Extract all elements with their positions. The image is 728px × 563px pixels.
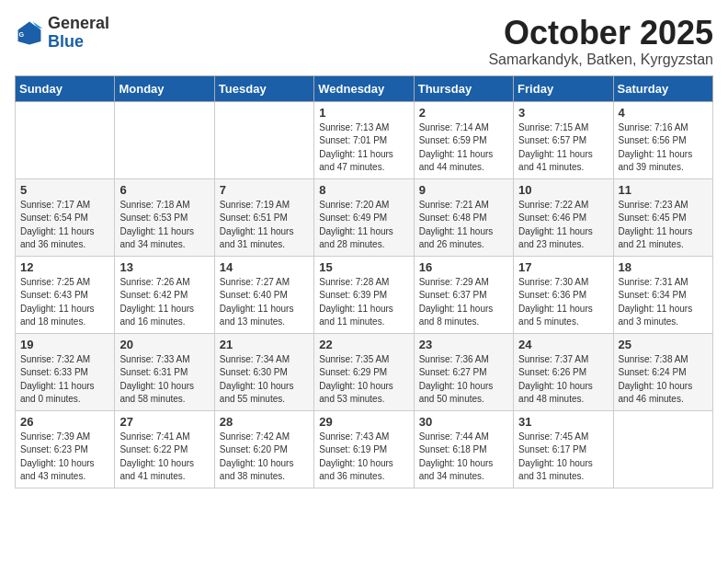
weekday-header-friday: Friday [514,75,613,101]
calendar-week-2: 5Sunrise: 7:17 AM Sunset: 6:54 PM Daylig… [16,178,713,256]
day-number: 1 [319,106,408,120]
day-number: 10 [518,183,608,197]
calendar-cell: 2Sunrise: 7:14 AM Sunset: 6:59 PM Daylig… [414,101,513,178]
day-info: Sunrise: 7:34 AM Sunset: 6:30 PM Dayligh… [220,353,309,407]
day-number: 6 [119,183,209,197]
calendar-cell: 20Sunrise: 7:33 AM Sunset: 6:31 PM Dayli… [115,333,214,410]
day-number: 29 [319,415,408,429]
calendar-cell: 16Sunrise: 7:29 AM Sunset: 6:37 PM Dayli… [414,256,513,333]
day-number: 11 [619,183,708,197]
day-number: 25 [619,338,708,351]
calendar-cell: 10Sunrise: 7:22 AM Sunset: 6:46 PM Dayli… [514,178,613,256]
day-number: 20 [119,338,209,351]
day-number: 31 [518,415,608,429]
calendar-cell: 13Sunrise: 7:26 AM Sunset: 6:42 PM Dayli… [115,256,214,333]
calendar-cell: 4Sunrise: 7:16 AM Sunset: 6:56 PM Daylig… [613,101,712,178]
calendar-cell: 12Sunrise: 7:25 AM Sunset: 6:43 PM Dayli… [16,256,115,333]
calendar-cell [214,101,313,178]
day-number: 7 [220,183,309,197]
day-number: 28 [220,415,309,429]
calendar-cell: 14Sunrise: 7:27 AM Sunset: 6:40 PM Dayli… [214,256,313,333]
logo-icon: G [15,18,44,48]
day-info: Sunrise: 7:32 AM Sunset: 6:33 PM Dayligh… [20,353,109,407]
day-number: 19 [20,338,109,351]
day-info: Sunrise: 7:35 AM Sunset: 6:29 PM Dayligh… [319,353,408,407]
calendar-week-4: 19Sunrise: 7:32 AM Sunset: 6:33 PM Dayli… [16,333,713,410]
month-title: October 2025 [488,15,713,52]
day-number: 5 [20,183,109,197]
day-number: 4 [619,106,708,120]
day-number: 26 [20,415,109,429]
calendar-table: SundayMondayTuesdayWednesdayThursdayFrid… [15,75,713,488]
day-info: Sunrise: 7:43 AM Sunset: 6:19 PM Dayligh… [319,431,408,484]
calendar-cell: 23Sunrise: 7:36 AM Sunset: 6:27 PM Dayli… [414,333,513,410]
day-info: Sunrise: 7:31 AM Sunset: 6:34 PM Dayligh… [619,276,708,329]
day-number: 22 [319,338,408,351]
day-info: Sunrise: 7:44 AM Sunset: 6:18 PM Dayligh… [419,431,508,484]
day-info: Sunrise: 7:37 AM Sunset: 6:26 PM Dayligh… [518,353,608,407]
day-number: 9 [419,183,508,197]
day-number: 17 [518,260,608,274]
day-info: Sunrise: 7:38 AM Sunset: 6:24 PM Dayligh… [619,353,708,407]
calendar-cell: 3Sunrise: 7:15 AM Sunset: 6:57 PM Daylig… [514,101,613,178]
day-info: Sunrise: 7:25 AM Sunset: 6:43 PM Dayligh… [20,276,109,329]
calendar-cell: 9Sunrise: 7:21 AM Sunset: 6:48 PM Daylig… [414,178,513,256]
day-info: Sunrise: 7:42 AM Sunset: 6:20 PM Dayligh… [220,431,309,484]
calendar-cell: 19Sunrise: 7:32 AM Sunset: 6:33 PM Dayli… [16,333,115,410]
day-info: Sunrise: 7:27 AM Sunset: 6:40 PM Dayligh… [220,276,309,329]
calendar-cell: 26Sunrise: 7:39 AM Sunset: 6:23 PM Dayli… [16,410,115,488]
day-info: Sunrise: 7:45 AM Sunset: 6:17 PM Dayligh… [518,431,608,484]
day-info: Sunrise: 7:13 AM Sunset: 7:01 PM Dayligh… [319,121,408,175]
page-header: G General Blue October 2025 Samarkandyk,… [15,15,713,68]
location: Samarkandyk, Batken, Kyrgyzstan [488,52,713,68]
day-number: 18 [619,260,708,274]
day-info: Sunrise: 7:19 AM Sunset: 6:51 PM Dayligh… [220,199,309,252]
calendar-cell: 11Sunrise: 7:23 AM Sunset: 6:45 PM Dayli… [613,178,712,256]
weekday-header-row: SundayMondayTuesdayWednesdayThursdayFrid… [16,75,713,101]
day-info: Sunrise: 7:18 AM Sunset: 6:53 PM Dayligh… [119,199,209,252]
day-number: 8 [319,183,408,197]
weekday-header-thursday: Thursday [414,75,513,101]
day-number: 24 [518,338,608,351]
day-number: 14 [220,260,309,274]
logo-general-text: General [48,14,109,32]
svg-text:G: G [18,30,24,38]
calendar-cell: 28Sunrise: 7:42 AM Sunset: 6:20 PM Dayli… [214,410,313,488]
calendar-cell: 21Sunrise: 7:34 AM Sunset: 6:30 PM Dayli… [214,333,313,410]
day-info: Sunrise: 7:26 AM Sunset: 6:42 PM Dayligh… [119,276,209,329]
day-number: 3 [518,106,608,120]
calendar-week-3: 12Sunrise: 7:25 AM Sunset: 6:43 PM Dayli… [16,256,713,333]
calendar-cell: 17Sunrise: 7:30 AM Sunset: 6:36 PM Dayli… [514,256,613,333]
day-info: Sunrise: 7:20 AM Sunset: 6:49 PM Dayligh… [319,199,408,252]
calendar-cell: 24Sunrise: 7:37 AM Sunset: 6:26 PM Dayli… [514,333,613,410]
day-number: 12 [20,260,109,274]
day-info: Sunrise: 7:22 AM Sunset: 6:46 PM Dayligh… [518,199,608,252]
day-number: 30 [419,415,508,429]
calendar-week-5: 26Sunrise: 7:39 AM Sunset: 6:23 PM Dayli… [16,410,713,488]
calendar-cell: 18Sunrise: 7:31 AM Sunset: 6:34 PM Dayli… [613,256,712,333]
calendar-cell: 8Sunrise: 7:20 AM Sunset: 6:49 PM Daylig… [314,178,414,256]
logo-blue-text: Blue [48,32,84,51]
day-number: 23 [419,338,508,351]
day-number: 16 [419,260,508,274]
day-number: 13 [119,260,209,274]
day-info: Sunrise: 7:28 AM Sunset: 6:39 PM Dayligh… [319,276,408,329]
day-info: Sunrise: 7:29 AM Sunset: 6:37 PM Dayligh… [419,276,508,329]
calendar-cell: 1Sunrise: 7:13 AM Sunset: 7:01 PM Daylig… [314,101,414,178]
title-block: October 2025 Samarkandyk, Batken, Kyrgyz… [488,15,713,68]
calendar-week-1: 1Sunrise: 7:13 AM Sunset: 7:01 PM Daylig… [16,101,713,178]
weekday-header-sunday: Sunday [16,75,115,101]
day-info: Sunrise: 7:39 AM Sunset: 6:23 PM Dayligh… [20,431,109,484]
weekday-header-wednesday: Wednesday [314,75,414,101]
calendar-cell [115,101,214,178]
calendar-cell: 29Sunrise: 7:43 AM Sunset: 6:19 PM Dayli… [314,410,414,488]
day-number: 27 [119,415,209,429]
calendar-cell [613,410,712,488]
calendar-cell: 6Sunrise: 7:18 AM Sunset: 6:53 PM Daylig… [115,178,214,256]
calendar-cell: 22Sunrise: 7:35 AM Sunset: 6:29 PM Dayli… [314,333,414,410]
day-info: Sunrise: 7:36 AM Sunset: 6:27 PM Dayligh… [419,353,508,407]
day-info: Sunrise: 7:15 AM Sunset: 6:57 PM Dayligh… [518,121,608,175]
logo-text: General Blue [48,15,109,52]
calendar-cell: 7Sunrise: 7:19 AM Sunset: 6:51 PM Daylig… [214,178,313,256]
calendar-cell: 27Sunrise: 7:41 AM Sunset: 6:22 PM Dayli… [115,410,214,488]
